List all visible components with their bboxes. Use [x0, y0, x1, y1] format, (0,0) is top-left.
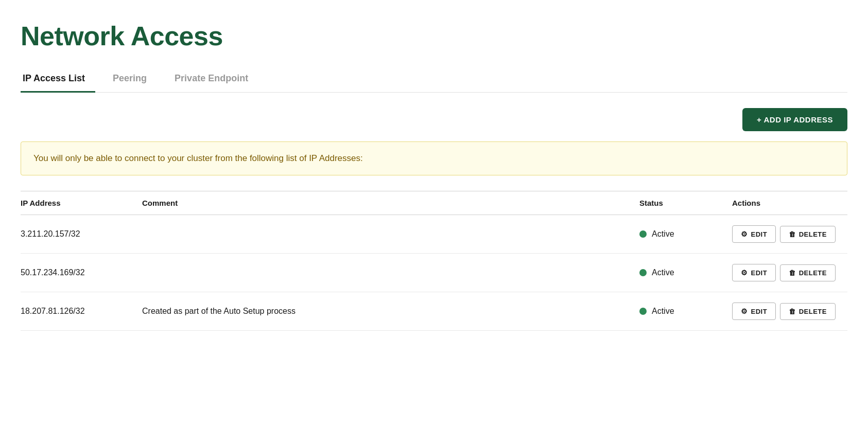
- delete-button-2[interactable]: DELETE: [780, 303, 836, 320]
- trash-icon-0: [789, 230, 796, 238]
- delete-button-0[interactable]: DELETE: [780, 226, 836, 243]
- table-header-row: IP Address Comment Status Actions: [21, 191, 847, 215]
- cell-ip-0: 3.211.20.157/32: [21, 215, 134, 254]
- gear-icon-2: [741, 307, 748, 315]
- cell-status-2: Active: [631, 292, 724, 331]
- gear-icon-0: [741, 230, 748, 238]
- trash-icon-2: [789, 308, 796, 315]
- warning-banner: You will only be able to connect to your…: [21, 141, 847, 175]
- cell-actions-0: EDIT DELETE: [724, 215, 847, 254]
- status-label-2: Active: [652, 307, 674, 316]
- column-header-status: Status: [631, 191, 724, 215]
- edit-button-0[interactable]: EDIT: [732, 225, 776, 243]
- edit-button-1[interactable]: EDIT: [732, 264, 776, 281]
- add-ip-address-button[interactable]: + ADD IP ADDRESS: [742, 108, 847, 131]
- table-row: 3.211.20.157/32 Active EDIT DELETE: [21, 215, 847, 254]
- status-dot-0: [639, 230, 647, 238]
- tab-ip-access-list[interactable]: IP Access List: [21, 67, 95, 93]
- cell-actions-2: EDIT DELETE: [724, 292, 847, 331]
- status-dot-2: [639, 308, 647, 315]
- column-header-comment: Comment: [134, 191, 631, 215]
- cell-status-1: Active: [631, 254, 724, 292]
- cell-comment-0: [134, 215, 631, 254]
- delete-button-1[interactable]: DELETE: [780, 264, 836, 281]
- tab-peering[interactable]: Peering: [111, 67, 157, 93]
- cell-comment-2: Created as part of the Auto Setup proces…: [134, 292, 631, 331]
- status-label-0: Active: [652, 229, 674, 239]
- edit-button-2[interactable]: EDIT: [732, 303, 776, 320]
- cell-status-0: Active: [631, 215, 724, 254]
- tab-private-endpoint[interactable]: Private Endpoint: [172, 67, 258, 93]
- cell-actions-1: EDIT DELETE: [724, 254, 847, 292]
- cell-ip-1: 50.17.234.169/32: [21, 254, 134, 292]
- toolbar: + ADD IP ADDRESS: [21, 108, 847, 131]
- table-row: 50.17.234.169/32 Active EDIT DELETE: [21, 254, 847, 292]
- column-header-actions: Actions: [724, 191, 847, 215]
- table-row: 18.207.81.126/32 Created as part of the …: [21, 292, 847, 331]
- trash-icon-1: [789, 269, 796, 277]
- column-header-ip: IP Address: [21, 191, 134, 215]
- warning-message: You will only be able to connect to your…: [33, 153, 363, 163]
- status-label-1: Active: [652, 268, 674, 277]
- page-title: Network Access: [21, 21, 847, 51]
- gear-icon-1: [741, 269, 748, 277]
- cell-comment-1: [134, 254, 631, 292]
- status-dot-1: [639, 269, 647, 276]
- cell-ip-2: 18.207.81.126/32: [21, 292, 134, 331]
- ip-table: IP Address Comment Status Actions 3.211.…: [21, 191, 847, 331]
- tab-navigation: IP Access List Peering Private Endpoint: [21, 67, 847, 93]
